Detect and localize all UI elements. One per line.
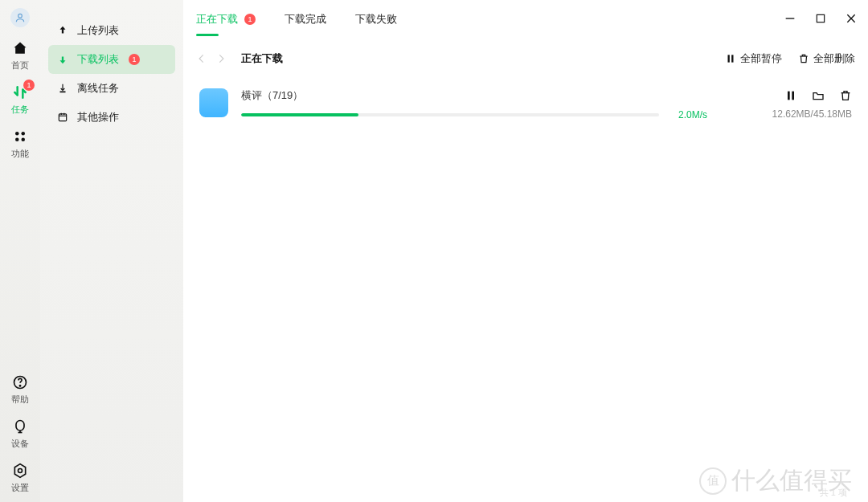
- svg-rect-16: [731, 55, 733, 62]
- svg-rect-12: [817, 14, 824, 22]
- sidebar-item-download[interactable]: 下载列表 1: [48, 45, 175, 74]
- watermark-logo: 值: [699, 467, 727, 495]
- item-delete-button[interactable]: [839, 89, 852, 102]
- svg-point-2: [22, 132, 26, 136]
- rail-label-features: 功能: [11, 148, 29, 160]
- tab-badge-downloading: 1: [244, 14, 256, 25]
- left-rail: 首页 1 任务 功能 帮助: [0, 0, 40, 502]
- rail-label-tasks: 任务: [11, 104, 29, 116]
- item-name: 横评（7/19）: [241, 88, 727, 103]
- close-button[interactable]: [844, 11, 858, 26]
- settings-icon: [10, 461, 30, 480]
- sidebar-label-upload: 上传列表: [77, 23, 119, 38]
- rail-item-tasks[interactable]: 1 任务: [0, 83, 40, 116]
- svg-point-4: [22, 138, 26, 142]
- breadcrumb-title: 正在下载: [241, 51, 283, 66]
- delete-all-button[interactable]: 全部删除: [798, 51, 855, 66]
- offline-icon: [56, 83, 69, 94]
- sidebar-label-download: 下载列表: [77, 52, 119, 67]
- progress-bar: [241, 113, 659, 116]
- svg-rect-17: [788, 92, 790, 100]
- tab-done[interactable]: 下载完成: [285, 12, 326, 28]
- download-icon: [56, 54, 69, 65]
- sidebar: 上传列表 下载列表 1 离线任务 其他操作: [40, 0, 183, 502]
- sidebar-label-offline: 离线任务: [77, 81, 119, 96]
- sidebar-item-upload[interactable]: 上传列表: [48, 16, 175, 45]
- rail-label-settings: 设置: [11, 482, 29, 494]
- svg-point-3: [15, 138, 19, 142]
- svg-point-6: [19, 386, 20, 386]
- svg-point-0: [18, 14, 23, 18]
- grid-icon: [10, 127, 30, 146]
- tab-failed[interactable]: 下载失败: [355, 12, 397, 28]
- rail-item-device[interactable]: 设备: [0, 417, 40, 450]
- folder-icon: [199, 88, 228, 117]
- item-speed: 2.0M/s: [678, 109, 707, 120]
- rail-item-settings[interactable]: 设置: [0, 461, 40, 494]
- watermark-text: 什么值得买: [731, 464, 852, 497]
- tasks-badge: 1: [23, 80, 35, 91]
- sidebar-item-offline[interactable]: 离线任务: [48, 74, 175, 103]
- main-panel: 正在下载 1 下载完成 下载失败 正在下载: [183, 0, 868, 502]
- svg-rect-7: [16, 421, 24, 431]
- svg-rect-18: [792, 92, 794, 100]
- nav-back[interactable]: [196, 53, 207, 64]
- toolbar: 正在下载 全部暂停 全部删除: [183, 40, 868, 77]
- home-icon: [10, 39, 30, 58]
- svg-marker-8: [14, 464, 25, 478]
- nav-arrows: [196, 53, 227, 64]
- pause-all-label: 全部暂停: [740, 51, 782, 66]
- item-pause-button[interactable]: [784, 89, 797, 102]
- sidebar-label-other: 其他操作: [77, 110, 119, 124]
- watermark-sub: 共 1 项: [820, 487, 847, 499]
- help-icon: [10, 373, 30, 392]
- download-item[interactable]: 横评（7/19） 2.0M/s: [196, 82, 855, 127]
- rail-item-help[interactable]: 帮助: [0, 373, 40, 406]
- download-badge: 1: [129, 54, 140, 65]
- item-size: 12.62MB/45.18MB: [772, 108, 852, 120]
- svg-rect-10: [59, 114, 66, 121]
- nav-forward[interactable]: [215, 53, 227, 64]
- device-icon: [10, 417, 30, 436]
- rail-item-features[interactable]: 功能: [0, 127, 40, 160]
- watermark: 值 什么值得买 共 1 项: [699, 464, 852, 497]
- svg-rect-15: [728, 55, 730, 62]
- rail-label-device: 设备: [11, 438, 29, 450]
- download-list: 横评（7/19） 2.0M/s: [183, 77, 868, 132]
- rail-label-help: 帮助: [11, 394, 29, 406]
- tab-label-downloading: 正在下载: [196, 12, 238, 27]
- tab-label-done: 下载完成: [285, 12, 326, 27]
- tab-label-failed: 下载失败: [355, 12, 397, 27]
- tasks-icon: 1: [10, 83, 30, 102]
- avatar[interactable]: [0, 8, 40, 27]
- rail-item-home[interactable]: 首页: [0, 39, 40, 71]
- tabs: 正在下载 1 下载完成 下载失败: [183, 0, 868, 40]
- tab-downloading[interactable]: 正在下载 1: [196, 12, 256, 28]
- item-folder-button[interactable]: [812, 89, 825, 102]
- delete-all-label: 全部删除: [813, 51, 855, 66]
- rail-label-home: 首页: [11, 59, 29, 71]
- pause-icon: [725, 53, 736, 64]
- svg-point-9: [18, 469, 23, 473]
- avatar-icon: [10, 8, 30, 27]
- minimize-button[interactable]: [783, 11, 797, 26]
- pause-all-button[interactable]: 全部暂停: [725, 51, 782, 66]
- upload-icon: [56, 25, 69, 36]
- svg-point-1: [15, 132, 19, 136]
- other-icon: [56, 112, 69, 123]
- trash-icon: [798, 53, 809, 64]
- maximize-button[interactable]: [813, 11, 828, 26]
- sidebar-item-other[interactable]: 其他操作: [48, 103, 175, 132]
- window-controls: [783, 11, 858, 26]
